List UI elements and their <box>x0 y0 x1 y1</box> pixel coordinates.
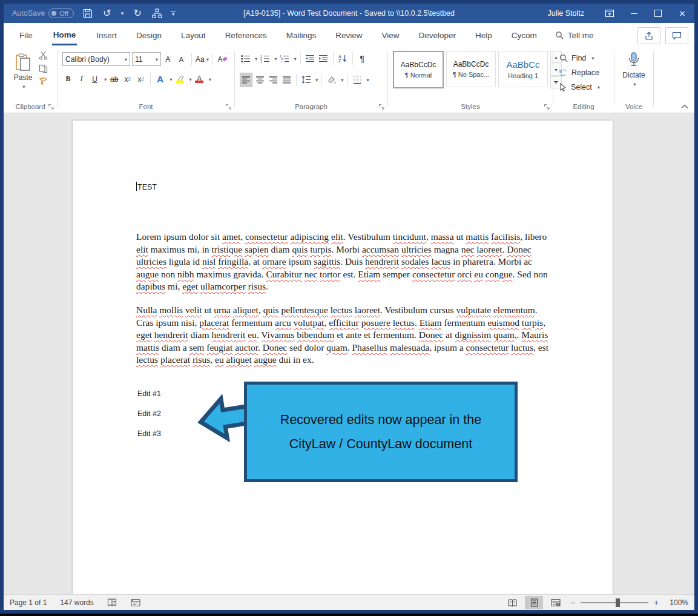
doc-edit-3[interactable]: Edit #3 <box>137 429 161 438</box>
close-button[interactable]: × <box>670 4 694 23</box>
highlight-color-button[interactable] <box>174 73 186 85</box>
tab-cycom[interactable]: Cycom <box>502 23 547 47</box>
tab-file[interactable]: File <box>10 23 42 47</box>
paste-button[interactable]: Paste ▾ <box>10 48 36 90</box>
font-size-combo[interactable]: 11 ▾ <box>132 52 161 66</box>
zoom-in-button[interactable]: + <box>652 598 660 608</box>
tell-me-box[interactable]: Tell me <box>547 31 602 40</box>
tab-help[interactable]: Help <box>466 23 502 47</box>
comments-button[interactable] <box>665 27 688 44</box>
bullet-list-button[interactable] <box>240 52 251 65</box>
style-normal[interactable]: AaBbCcDc ¶ Normal <box>393 51 444 88</box>
justify-button[interactable] <box>281 73 292 86</box>
ribbon-display-options-button[interactable] <box>598 4 622 23</box>
shrink-font-button[interactable]: Aˇ <box>176 53 188 65</box>
change-case-button[interactable]: Aa▾ <box>196 53 209 65</box>
save-icon[interactable] <box>82 8 93 19</box>
user-name[interactable]: Julie Stoltz <box>548 9 584 18</box>
word-count[interactable]: 147 words <box>60 598 93 607</box>
autosave-pill[interactable]: Off <box>48 8 73 18</box>
tab-review[interactable]: Review <box>326 23 372 47</box>
tab-design[interactable]: Design <box>127 23 171 47</box>
multilevel-list-button[interactable]: 1ai <box>279 52 291 65</box>
page-indicator[interactable]: Page 1 of 1 <box>10 598 47 607</box>
font-name-combo[interactable]: Calibri (Body) ▾ <box>62 52 130 66</box>
replace-button[interactable]: bc Replace <box>559 65 600 80</box>
redo-button[interactable]: ↻ <box>132 8 143 19</box>
superscript-button[interactable]: x2 <box>135 73 147 85</box>
tab-home[interactable]: Home <box>42 23 87 47</box>
dictate-button[interactable]: Dictate ▾ <box>621 47 647 87</box>
underline-caret-icon[interactable]: ▾ <box>104 76 107 82</box>
cut-button[interactable] <box>39 51 48 60</box>
paragraph-dialog-launcher[interactable] <box>378 104 385 110</box>
callout-box[interactable]: Recovered edits now appear in the CityLa… <box>244 382 518 482</box>
copy-button[interactable] <box>39 64 48 73</box>
clipboard-dialog-launcher[interactable] <box>48 104 54 110</box>
doc-paragraph-2[interactable]: Nulla mollis velit ut urna aliquet, quis… <box>136 304 550 366</box>
decrease-indent-button[interactable] <box>305 52 316 65</box>
zoom-level[interactable]: 100% <box>664 598 688 607</box>
web-layout-button[interactable] <box>547 596 565 609</box>
doc-heading[interactable]: TEST <box>136 182 157 191</box>
doc-edit-1[interactable]: Edit #1 <box>137 389 161 398</box>
find-button[interactable]: Find ▾ <box>559 51 600 65</box>
customize-quick-access-toolbar-icon[interactable]: ▾ <box>171 11 176 16</box>
share-button[interactable] <box>637 27 660 44</box>
font-color-button[interactable]: A <box>194 73 205 85</box>
doc-edit-2[interactable]: Edit #2 <box>137 409 161 418</box>
shading-button[interactable] <box>326 73 337 86</box>
ribbon-home: Paste ▾ Clipboard <box>4 47 694 113</box>
zoom-out-button[interactable]: − <box>568 598 577 608</box>
sort-button[interactable]: AZ <box>337 52 349 65</box>
print-layout-button[interactable] <box>525 596 543 609</box>
doc-paragraph-1[interactable]: Lorem ipsum dolor sit amet, consectetur … <box>136 231 550 293</box>
undo-dropdown-caret-icon[interactable]: ▾ <box>121 10 124 16</box>
macro-icon <box>131 598 140 607</box>
shading-icon <box>327 76 337 84</box>
align-left-button[interactable] <box>240 73 252 87</box>
tab-references[interactable]: References <box>216 23 277 47</box>
undo-button[interactable]: ↺ <box>102 8 113 19</box>
align-right-button[interactable] <box>268 73 279 86</box>
numbered-list-button[interactable]: 123 <box>259 52 271 65</box>
text-effects-button[interactable]: A <box>154 73 166 85</box>
align-center-button[interactable] <box>254 73 266 86</box>
minimize-button[interactable] <box>622 4 646 23</box>
zoom-slider-thumb[interactable] <box>616 598 620 607</box>
macro-recording-button[interactable] <box>131 598 140 607</box>
font-dialog-launcher[interactable] <box>225 104 232 110</box>
increase-indent-button[interactable] <box>318 52 329 65</box>
maximize-button[interactable] <box>646 4 670 23</box>
subscript-button[interactable]: x2 <box>122 73 133 85</box>
tab-view[interactable]: View <box>372 23 409 47</box>
bold-button[interactable]: B <box>62 73 74 85</box>
select-button[interactable]: Select ▾ <box>559 80 600 94</box>
zoom-slider[interactable] <box>581 596 648 609</box>
style-no-spacing[interactable]: AaBbCcDc ¶ No Spac... <box>446 51 496 87</box>
grow-font-button[interactable]: Aˆ <box>163 53 174 65</box>
multilevel-list-icon: 1ai <box>280 55 289 63</box>
tab-layout[interactable]: Layout <box>171 23 216 47</box>
format-painter-button[interactable] <box>39 78 48 87</box>
show-formatting-marks-button[interactable]: ¶ <box>357 52 368 65</box>
borders-button[interactable] <box>352 73 363 86</box>
strikethrough-button[interactable]: ab <box>108 73 120 85</box>
autosave-toggle[interactable]: AutoSave Off <box>12 8 74 18</box>
style-heading1[interactable]: AaBbCc Heading 1 <box>498 51 548 87</box>
tab-mailings[interactable]: Mailings <box>277 23 326 47</box>
styles-dialog-launcher[interactable] <box>544 104 550 110</box>
clear-formatting-button[interactable]: A <box>217 53 228 65</box>
italic-button[interactable]: I <box>76 73 87 85</box>
org-chart-icon[interactable] <box>151 8 162 19</box>
proofing-errors-button[interactable] <box>107 598 117 607</box>
tab-developer[interactable]: Developer <box>409 23 466 47</box>
underline-button[interactable]: U <box>89 73 100 85</box>
collapse-ribbon-button[interactable] <box>681 104 688 109</box>
group-font: Calibri (Body) ▾ 11 ▾ Aˆ Aˇ Aa▾ A B I U … <box>58 47 234 113</box>
tab-insert[interactable]: Insert <box>87 23 127 47</box>
document-canvas[interactable]: TEST Lorem ipsum dolor sit amet, consect… <box>4 113 694 594</box>
document-page[interactable]: TEST Lorem ipsum dolor sit amet, consect… <box>73 121 613 610</box>
line-spacing-button[interactable] <box>300 73 312 86</box>
read-mode-button[interactable] <box>503 596 521 609</box>
